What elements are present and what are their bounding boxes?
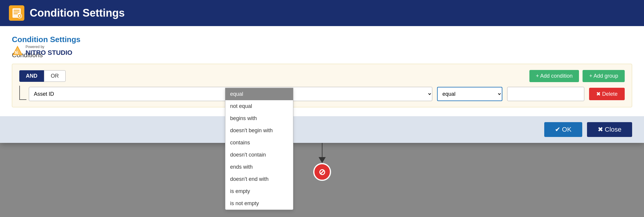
svg-rect-1 bbox=[14, 10, 20, 11]
section-title: Condition Settings bbox=[12, 35, 632, 44]
dropdown-option-ends-with[interactable]: ends with bbox=[225, 161, 293, 173]
or-button[interactable]: OR bbox=[44, 70, 66, 82]
dropdown-option-begins-with[interactable]: begins with bbox=[225, 112, 293, 125]
dropdown-option-not-equal[interactable]: not equal bbox=[225, 100, 293, 112]
conditions-area: AND OR + Add condition + Add group Asset… bbox=[12, 64, 632, 107]
modal-title: Condition Settings bbox=[30, 7, 125, 19]
operator-dropdown-menu: equal not equal begins with doesn't begi… bbox=[225, 88, 293, 210]
dropdown-option-doesnt-begin-with[interactable]: doesn't begin with bbox=[225, 125, 293, 137]
conditions-label: Conditions bbox=[12, 51, 632, 59]
dropdown-option-contains[interactable]: contains bbox=[225, 137, 293, 149]
nitro-logo-icon: N bbox=[12, 45, 23, 56]
nitro-footer: N Powered by NITRO STUDIO bbox=[12, 45, 72, 56]
value-input[interactable] bbox=[507, 87, 584, 101]
svg-point-5 bbox=[19, 15, 20, 17]
condition-row: Asset ID equal not equal begins with doe… bbox=[29, 87, 625, 101]
ok-button[interactable]: ✔ OK bbox=[544, 122, 582, 137]
nitro-text: Powered by NITRO STUDIO bbox=[26, 45, 72, 56]
logic-buttons: AND OR bbox=[19, 70, 66, 82]
header-svg-icon bbox=[11, 8, 22, 18]
action-buttons: + Add condition + Add group bbox=[529, 70, 625, 82]
dropdown-option-is-not-empty[interactable]: is not empty bbox=[225, 197, 293, 210]
condition-row-wrapper: Asset ID equal not equal begins with doe… bbox=[19, 87, 625, 101]
workflow-arrow: ⊘ bbox=[313, 139, 331, 181]
add-group-button[interactable]: + Add group bbox=[583, 70, 625, 82]
condition-settings-modal: Condition Settings Condition Settings Co… bbox=[0, 0, 644, 143]
close-button[interactable]: ✖ Close bbox=[587, 122, 632, 137]
delete-button[interactable]: ✖ Delete bbox=[589, 88, 625, 100]
stop-icon: ⊘ bbox=[313, 163, 331, 181]
svg-rect-2 bbox=[14, 12, 20, 12]
operator-select[interactable]: equal not equal begins with doesn't begi… bbox=[437, 87, 502, 101]
modal-header: Condition Settings bbox=[0, 0, 644, 26]
dropdown-option-doesnt-end-with[interactable]: doesn't end with bbox=[225, 173, 293, 185]
add-condition-button[interactable]: + Add condition bbox=[529, 70, 579, 82]
arrow-head bbox=[319, 157, 326, 163]
powered-by-label: Powered by bbox=[26, 45, 72, 49]
nitro-logo: N Powered by NITRO STUDIO bbox=[12, 45, 72, 56]
modal-footer: N Powered by NITRO STUDIO ✔ OK ✖ Close bbox=[0, 116, 644, 143]
svg-rect-3 bbox=[14, 13, 18, 14]
condition-settings-icon bbox=[9, 5, 24, 21]
svg-text:N: N bbox=[15, 50, 18, 55]
condition-logic-row: AND OR + Add condition + Add group bbox=[19, 70, 625, 82]
and-button[interactable]: AND bbox=[19, 70, 44, 82]
modal-body: Condition Settings Conditions AND OR + A… bbox=[0, 26, 644, 116]
dropdown-option-doesnt-contain[interactable]: doesn't contain bbox=[225, 149, 293, 161]
dropdown-option-is-empty[interactable]: is empty bbox=[225, 185, 293, 197]
condition-bracket bbox=[19, 86, 26, 100]
nitro-studio-name: NITRO STUDIO bbox=[26, 49, 72, 56]
dropdown-option-equal[interactable]: equal bbox=[225, 88, 293, 100]
